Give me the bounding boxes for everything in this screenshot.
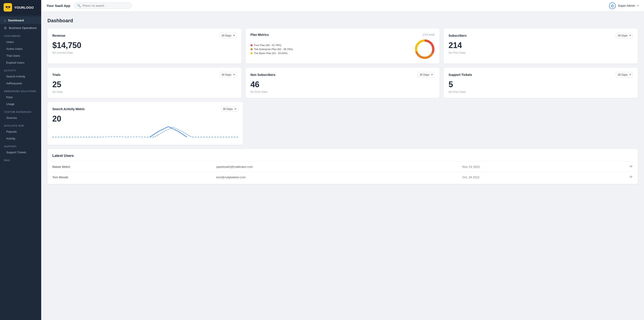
legend-dot-basic [250,52,252,54]
user-email-1: tom@rudybekker.com [216,176,462,179]
sidebar-business-label: Business Operations [9,26,37,29]
sidebar-logo: 😎 YOURLOGO [0,0,41,15]
content-area: Dashboard Revenue 30 Days 7 Days 90 Days… [41,11,644,320]
revenue-note: No Current Data [52,51,237,54]
section-affiliate-hub: AFFILIATE HUB [0,121,41,128]
user-action-0[interactable]: 👁 [626,165,633,169]
topbar: Your SaaS App 🔍 ⏻ Super Admin ▾ [41,0,644,11]
support-tickets-header: Support Tickets 30 Days 7 Days 90 Days [448,72,633,77]
subscribers-value: 214 [448,41,633,50]
revenue-title: Revenue [52,34,65,37]
donut-chart [415,39,435,59]
legend-dot-free [250,44,252,46]
table-row: Maisie Welch qawetuwih@mailinator.com No… [52,161,633,172]
sidebar-item-payouts[interactable]: Payouts [0,128,41,135]
section-embedding: EMBEDDING SOLUTIONS [0,87,41,94]
sidebar-item-active-users[interactable]: Active Users [0,45,41,52]
user-name-1: Tom Woods [52,176,216,179]
latest-users-section: Latest Users Maisie Welch qawetuwih@mail… [48,149,638,184]
latest-users-title: Latest Users [52,154,633,158]
trials-card: Trials 30 Days 7 Days 90 Days 25 No Data [48,68,242,98]
sidebar-item-usage[interactable]: Usage [0,101,41,107]
legend-dot-enterprise [250,48,252,50]
non-subscribers-period-select[interactable]: 30 Days 7 Days 90 Days [418,72,435,77]
search-activity-period-select[interactable]: 30 Days 7 Days 90 Days [221,106,238,112]
plan-metrics-card: Plan Metrics (214 total) Free Plan (68 -… [246,28,440,64]
legend-item-basic: The Basic Plan (63 - 29.44%) [250,52,415,54]
home-icon: ⌂ [4,18,6,22]
search-activity-value: 20 [52,114,238,123]
app-title: Your SaaS App [46,4,70,7]
logo-icon: 😎 [4,3,12,11]
support-tickets-card: Support Tickets 30 Days 7 Days 90 Days 5… [444,68,638,98]
sidebar-item-affiliate-activity[interactable]: Activity [0,135,41,142]
chevron-down-icon[interactable]: ▾ [637,4,639,7]
section-customers: CUSTOMERS [0,31,41,38]
sidebar-item-search-activity[interactable]: Search Activity [0,73,41,80]
sidebar-item-trial-users[interactable]: Trial Users [0,52,41,59]
non-subscribers-card: Non Subscribers 30 Days 7 Days 90 Days 4… [246,68,440,98]
section-support: SUPPORT [0,142,41,149]
page-title: Dashboard [48,18,638,23]
support-tickets-note: No Prior Data [448,90,633,93]
trials-period-select[interactable]: 30 Days 7 Days 90 Days [220,72,237,77]
support-tickets-value: 5 [448,80,633,89]
sidebar-item-expired-users[interactable]: Expired Users [0,59,41,66]
search-bar[interactable]: 🔍 [74,2,132,9]
subscribers-card: Subscribers 30 Days 7 Days 90 Days 214 N… [444,28,638,64]
sidebar-item-users[interactable]: Users [0,38,41,45]
cards-row-2: Trials 30 Days 7 Days 90 Days 25 No Data… [48,68,638,98]
search-activity-card: Search Activity Metric 30 Days 7 Days 90… [48,102,243,145]
sidebar-item-sources[interactable]: Sources [0,114,41,121]
plan-metrics-header: Plan Metrics (214 total) [250,33,435,36]
sidebar-item-support-tickets[interactable]: Support Tickets [0,149,41,156]
subscribers-header: Subscribers 30 Days 7 Days 90 Days [448,33,633,38]
view-user-icon-1[interactable]: 👁 [629,175,633,179]
user-avatar: ⏻ [609,2,616,9]
user-email-0: qawetuwih@mailinator.com [216,165,462,168]
support-tickets-period-select[interactable]: 30 Days 7 Days 90 Days [616,72,633,77]
sidebar-item-dashboard[interactable]: ⌂ Dashboard [0,16,41,24]
logo-text: YOURLOGO [14,5,34,9]
subscribers-note: No Prior Data [448,51,633,54]
legend-label-enterprise: The Enterprise Plan (83 - 38.79%) [254,48,293,50]
sidebar-item-ad-requests[interactable]: AdRequests [0,80,41,87]
user-date-1: Oct, 28 2022 [462,176,626,179]
revenue-period-select[interactable]: 30 Days 7 Days 90 Days [220,33,237,38]
non-subscribers-note: No Prior Data [250,90,435,93]
support-tickets-title: Support Tickets [448,73,472,76]
search-activity-chart [52,125,238,140]
user-action-1[interactable]: 👁 [626,175,633,179]
non-subscribers-title: Non Subscribers [250,73,276,76]
business-icon: ⊞ [4,26,7,29]
sidebar-nav: ⌂ Dashboard ⊞ Business Operations CUSTOM… [0,15,41,320]
user-name-0: Maisie Welch [52,165,216,168]
user-name: Super Admin [618,4,635,7]
donut-svg [415,39,435,59]
cards-row-3: Search Activity Metric 30 Days 7 Days 90… [48,102,638,145]
subscribers-title: Subscribers [448,34,466,37]
view-user-icon-0[interactable]: 👁 [629,165,633,169]
subscribers-period-select[interactable]: 30 Days 7 Days 90 Days [616,33,633,38]
search-input[interactable] [82,4,128,7]
sidebar-item-business-ops[interactable]: ⊞ Business Operations [0,24,41,31]
table-row: Tom Woods tom@rudybekker.com Oct, 28 202… [52,172,633,182]
sidebar: 😎 YOURLOGO ⌂ Dashboard ⊞ Business Operat… [0,0,41,320]
activity-chart-svg [52,125,238,140]
trials-value: 25 [52,80,237,89]
trials-header: Trials 30 Days 7 Days 90 Days [52,72,237,77]
non-subscribers-header: Non Subscribers 30 Days 7 Days 90 Days [250,72,435,77]
section-activity: ACTIVITY [0,66,41,73]
user-date-0: Nov, 01 2022 [462,165,626,168]
plan-metrics-total: (214 total) [423,33,435,36]
revenue-card-header: Revenue 30 Days 7 Days 90 Days [52,33,237,38]
main-content: Your SaaS App 🔍 ⏻ Super Admin ▾ Dashboar… [41,0,644,320]
section-custom-audiences: CUSTOM AUDIENCES [0,107,41,114]
trials-title: Trials [52,73,60,76]
trials-note: No Data [52,90,237,93]
sidebar-item-keys[interactable]: Keys [0,94,41,101]
legend-item-enterprise: The Enterprise Plan (83 - 38.79%) [250,48,415,50]
sidebar-dashboard-label: Dashboard [8,19,24,22]
plan-metrics-title: Plan Metrics [250,33,269,36]
revenue-card: Revenue 30 Days 7 Days 90 Days $14,750 N… [48,28,242,64]
